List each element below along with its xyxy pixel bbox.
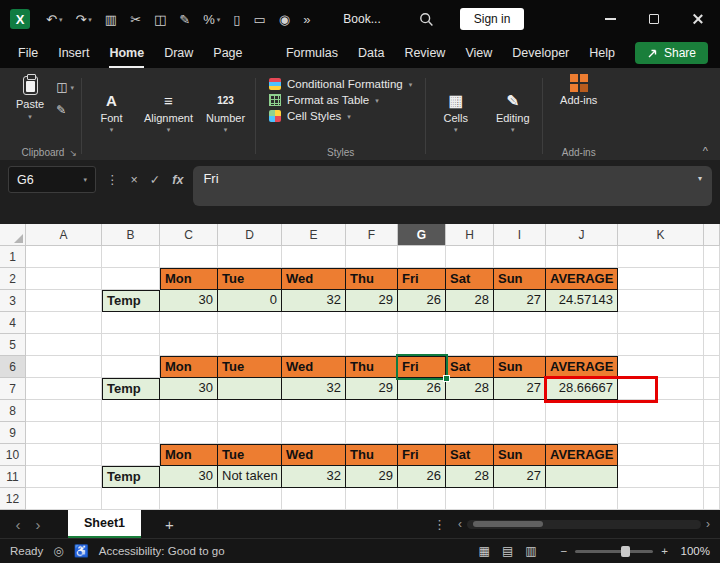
cell-E1[interactable] (282, 246, 346, 268)
cell-B4[interactable] (102, 312, 160, 334)
cell-I2[interactable]: Sun (494, 268, 546, 290)
cell-I11[interactable]: 27 (494, 466, 546, 488)
cell-D4[interactable] (218, 312, 282, 334)
cell-E11[interactable]: 32 (282, 466, 346, 488)
cell-D10[interactable]: Tue (218, 444, 282, 466)
cell-A7[interactable] (26, 378, 102, 400)
more-commands-icon[interactable]: » (300, 10, 313, 29)
cell-C4[interactable] (160, 312, 218, 334)
cell-C12[interactable] (160, 488, 218, 510)
cell-styles-button[interactable]: Cell Styles▾ (269, 110, 412, 122)
previous-sheet-icon[interactable]: ‹ (10, 516, 26, 533)
cell-F9[interactable] (346, 422, 398, 444)
cell-C6[interactable]: Mon (160, 356, 218, 378)
cell-F5[interactable] (346, 334, 398, 356)
cell-G6[interactable]: Fri (398, 356, 446, 378)
row-header-7[interactable]: 7 (0, 378, 26, 400)
cell-K2[interactable] (618, 268, 704, 290)
cell-I4[interactable] (494, 312, 546, 334)
cell-J6[interactable]: AVERAGE (546, 356, 618, 378)
tab-draw[interactable]: Draw (164, 38, 193, 68)
tab-formulas[interactable]: Formulas (286, 38, 338, 68)
add-ins-button[interactable]: Add-ins (550, 74, 607, 108)
name-box-splitter-icon[interactable]: ⋮ (106, 172, 119, 187)
cell-A2[interactable] (26, 268, 102, 290)
cell-A8[interactable] (26, 400, 102, 422)
cell-D5[interactable] (218, 334, 282, 356)
cell-H3[interactable]: 28 (446, 290, 494, 312)
cell-J5[interactable] (546, 334, 618, 356)
maximize-icon[interactable] (632, 0, 676, 38)
cell-K5[interactable] (618, 334, 704, 356)
cell-B11[interactable]: Temp (102, 466, 160, 488)
cell-D3[interactable]: 0 (218, 290, 282, 312)
cell-B8[interactable] (102, 400, 160, 422)
group-cells[interactable]: ▦Cells▾ (427, 72, 484, 160)
cell-E3[interactable]: 32 (282, 290, 346, 312)
row-header-5[interactable]: 5 (0, 334, 26, 356)
column-header-J[interactable]: J (546, 224, 618, 246)
cell-E6[interactable]: Wed (282, 356, 346, 378)
accessibility-status[interactable]: Accessibility: Good to go (99, 545, 225, 557)
cell-C5[interactable] (160, 334, 218, 356)
formula-input[interactable]: Fri ▾ (193, 166, 712, 206)
scroll-left-icon[interactable]: ‹ (458, 517, 462, 531)
cell-I1[interactable] (494, 246, 546, 268)
conditional-formatting-button[interactable]: Conditional Formatting▾ (269, 78, 412, 90)
clipboard-dialog-launcher-icon[interactable]: ↘ (69, 148, 77, 158)
cell-G9[interactable] (398, 422, 446, 444)
cell-J7[interactable]: 28.66667 (546, 378, 618, 400)
page-layout-view-icon[interactable]: ▤ (502, 544, 513, 558)
format-painter-button[interactable]: ✎ (56, 103, 74, 117)
cell-J8[interactable] (546, 400, 618, 422)
cell-B1[interactable] (102, 246, 160, 268)
cell-G1[interactable] (398, 246, 446, 268)
cell-A4[interactable] (26, 312, 102, 334)
paste-button[interactable]: Paste ▾ (12, 74, 48, 122)
cell-K7[interactable] (618, 378, 704, 400)
cell-I7[interactable]: 27 (494, 378, 546, 400)
excel-logo-icon[interactable]: X (10, 9, 30, 29)
tab-page-layout[interactable]: Page Layout (213, 38, 266, 68)
cell-B12[interactable] (102, 488, 160, 510)
cell-K3[interactable] (618, 290, 704, 312)
cell-K4[interactable] (618, 312, 704, 334)
zoom-out-icon[interactable]: − (561, 545, 568, 557)
minimize-icon[interactable] (588, 0, 632, 38)
next-sheet-icon[interactable]: › (30, 516, 46, 533)
new-document-icon[interactable]: ▯ (230, 10, 243, 29)
row-header-9[interactable]: 9 (0, 422, 26, 444)
copy-button[interactable]: ◫▾ (56, 80, 74, 94)
cell-J11[interactable] (546, 466, 618, 488)
tab-developer[interactable]: Developer (512, 38, 569, 68)
cell-G4[interactable] (398, 312, 446, 334)
cell-G3[interactable]: 26 (398, 290, 446, 312)
cell-H9[interactable] (446, 422, 494, 444)
cell-F10[interactable]: Thu (346, 444, 398, 466)
cell-I9[interactable] (494, 422, 546, 444)
undo-icon[interactable]: ↶▾ (43, 10, 65, 29)
cell-E10[interactable]: Wed (282, 444, 346, 466)
percent-style-icon[interactable]: %▾ (200, 10, 223, 29)
cell-B2[interactable] (102, 268, 160, 290)
cell-G5[interactable] (398, 334, 446, 356)
row-header-11[interactable]: 11 (0, 466, 26, 488)
cell-E9[interactable] (282, 422, 346, 444)
page-break-view-icon[interactable]: ▥ (525, 544, 536, 558)
scrollbar-track[interactable] (467, 520, 701, 529)
zoom-slider-thumb[interactable] (621, 546, 630, 557)
group-font[interactable]: AFont▾ (83, 72, 140, 160)
cell-G10[interactable]: Fri (398, 444, 446, 466)
cell-H6[interactable]: Sat (446, 356, 494, 378)
cell-I5[interactable] (494, 334, 546, 356)
cell-F4[interactable] (346, 312, 398, 334)
cell-K11[interactable] (618, 466, 704, 488)
select-all-corner[interactable] (0, 224, 26, 246)
cell-H5[interactable] (446, 334, 494, 356)
cell-E2[interactable]: Wed (282, 268, 346, 290)
cell-E7[interactable]: 32 (282, 378, 346, 400)
cell-F3[interactable]: 29 (346, 290, 398, 312)
group-alignment[interactable]: ≡Alignment▾ (140, 72, 197, 160)
expand-formula-bar-icon[interactable]: ▾ (698, 175, 702, 183)
name-box[interactable]: G6 ▾ (8, 166, 96, 193)
